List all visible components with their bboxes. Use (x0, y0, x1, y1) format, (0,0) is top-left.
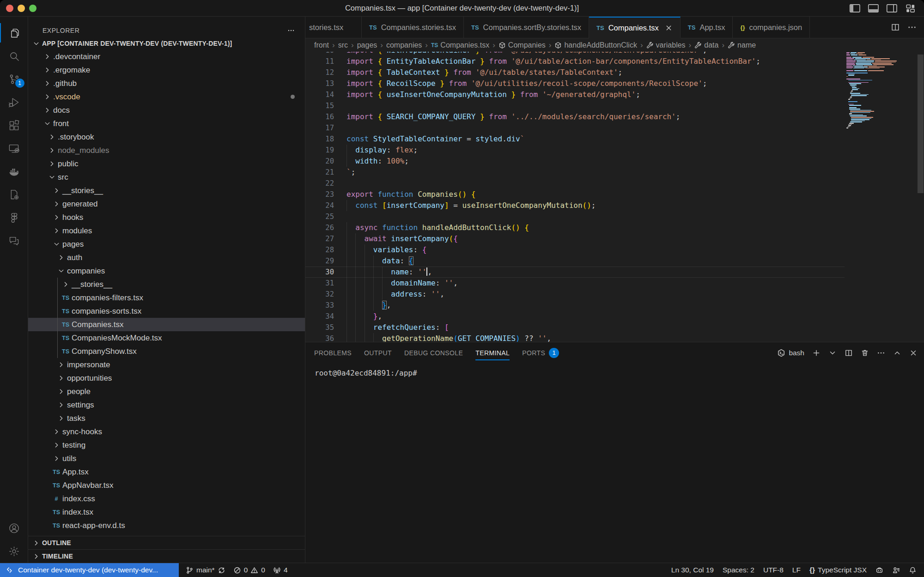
trash-icon[interactable] (861, 349, 869, 357)
code-line-32[interactable]: 32 address: '', (305, 289, 845, 300)
panel-tab-output[interactable]: OUTPUT (364, 342, 392, 363)
code-line-18[interactable]: 18const StyledTableContainer = styled.di… (305, 134, 845, 145)
code-line-29[interactable]: 29 data: { (305, 255, 845, 267)
activity-item-docker[interactable] (0, 160, 28, 183)
tree-item-.storybook[interactable]: .storybook (28, 130, 305, 144)
tree-item-auth[interactable]: auth (28, 251, 305, 264)
sidebar-section-timeline[interactable]: TIMELINE (28, 549, 305, 563)
code-line-34[interactable]: 34 }, (305, 311, 845, 322)
close-window-button[interactable] (6, 5, 13, 12)
code-line-26[interactable]: 26 async function handleAddButtonClick()… (305, 222, 845, 233)
code-line-10[interactable]: 10import { WithTopBarContainer } from '@… (305, 52, 845, 56)
tree-item-impersonate[interactable]: impersonate (28, 358, 305, 371)
tab-companies.json[interactable]: {}companies.json (733, 17, 810, 38)
activity-item-remote-explorer[interactable] (0, 137, 28, 160)
tree-item-index.css[interactable]: #index.css (28, 492, 305, 505)
tree-item-public[interactable]: public (28, 157, 305, 170)
tree-item-modules[interactable]: modules (28, 224, 305, 237)
terminal-shell-selector[interactable]: bash (777, 349, 804, 357)
tree-item-companies-filters.tsx[interactable]: TScompanies-filters.tsx (28, 291, 305, 304)
code-line-19[interactable]: 19 display: flex; (305, 145, 845, 156)
activity-item-explorer[interactable] (0, 21, 28, 44)
code-line-24[interactable]: 24 const [insertCompany] = useInsertOneC… (305, 200, 845, 211)
breadcrumb-Companies.tsx[interactable]: TSCompanies.tsx (431, 41, 489, 49)
activity-item-container-tools[interactable] (0, 183, 28, 206)
tree-item-__stories__[interactable]: __stories__ (28, 184, 305, 197)
close-icon[interactable] (909, 349, 918, 357)
code-line-31[interactable]: 31 domainName: '', (305, 278, 845, 289)
minimize-window-button[interactable] (18, 5, 25, 12)
tree-item-AppNavbar.tsx[interactable]: TSAppNavbar.tsx (28, 479, 305, 492)
tab-stories.tsx[interactable]: stories.tsx (305, 17, 362, 38)
activity-item-search[interactable] (0, 44, 28, 67)
tree-item-__stories__[interactable]: __stories__ (28, 278, 305, 291)
activity-item-run-debug[interactable] (0, 91, 28, 114)
code-line-27[interactable]: 27 await insertCompany({ (305, 233, 845, 244)
tree-item-companies-sorts.tsx[interactable]: TScompanies-sorts.tsx (28, 304, 305, 318)
problems-status[interactable]: 00 (233, 566, 265, 574)
tree-item-index.tsx[interactable]: TSindex.tsx (28, 505, 305, 519)
breadcrumb-variables[interactable]: variables (646, 41, 686, 49)
code-line-11[interactable]: 11import { EntityTableActionBar } from '… (305, 56, 845, 67)
tree-item-react-app-env.d.ts[interactable]: TSreact-app-env.d.ts (28, 519, 305, 532)
status-feedback[interactable] (892, 566, 900, 574)
code-line-22[interactable]: 22 (305, 178, 845, 189)
breadcrumb-name[interactable]: name (728, 41, 756, 49)
breadcrumb-data[interactable]: data (694, 41, 718, 49)
tree-item-App.tsx[interactable]: TSApp.tsx (28, 465, 305, 479)
tree-item-companies[interactable]: companies (28, 264, 305, 278)
code-line-33[interactable]: 33 }, (305, 300, 845, 311)
status-bell[interactable] (909, 566, 917, 574)
panel-tab-problems[interactable]: PROBLEMS (314, 342, 352, 363)
code-line-14[interactable]: 14import { useInsertOneCompanyMutation }… (305, 89, 845, 100)
tree-item-CompaniesMockMode.tsx[interactable]: TSCompaniesMockMode.tsx (28, 331, 305, 345)
status-spaces-2[interactable]: Spaces: 2 (723, 566, 754, 574)
tree-item-settings[interactable]: settings (28, 398, 305, 412)
code-line-36[interactable]: 36 getOperationName(GET_COMPANIES) ?? ''… (305, 333, 845, 342)
code-line-12[interactable]: 12import { TableContext } from '@/ui/tab… (305, 67, 845, 78)
breadcrumb-companies[interactable]: companies (386, 41, 422, 49)
remote-indicator[interactable]: Container dev-twenty-dev (dev-twenty-dev… (0, 563, 179, 577)
code-line-20[interactable]: 20 width: 100%; (305, 156, 845, 167)
panel-tab-ports[interactable]: PORTS1 (522, 342, 559, 363)
status-typescript-jsx[interactable]: {}TypeScript JSX (809, 566, 867, 574)
ports-status[interactable]: 4 (273, 566, 288, 574)
minimap[interactable] (845, 52, 917, 342)
status-utf-8[interactable]: UTF-8 (763, 566, 784, 574)
code-line-17[interactable]: 17 (305, 122, 845, 134)
tree-item-sync-hooks[interactable]: sync-hooks (28, 425, 305, 438)
activity-item-account[interactable] (0, 516, 28, 540)
tab-App.tsx[interactable]: TSApp.tsx (681, 17, 733, 38)
close-tab-icon[interactable] (665, 24, 673, 32)
tab-Companies.tsx[interactable]: TSCompanies.tsx (589, 17, 681, 38)
terminal-output[interactable]: root@0a42ecd84891:/app# (305, 363, 924, 563)
sidebar-section-outline[interactable]: OUTLINE (28, 536, 305, 549)
code-line-25[interactable]: 25 (305, 211, 845, 222)
activity-item-extensions[interactable] (0, 114, 28, 137)
tree-item-tasks[interactable]: tasks (28, 412, 305, 425)
tree-item-opportunities[interactable]: opportunities (28, 371, 305, 385)
status-lf[interactable]: LF (792, 566, 801, 574)
panel-tab-terminal[interactable]: TERMINAL (475, 342, 510, 363)
status-ln-30-col-19[interactable]: Ln 30, Col 19 (671, 566, 714, 574)
git-branch-status[interactable]: main* (186, 566, 225, 574)
split-editor-icon[interactable] (891, 23, 900, 32)
code-line-13[interactable]: 13import { RecoilScope } from '@/ui/util… (305, 78, 845, 89)
code-line-23[interactable]: 23export function Companies() { (305, 189, 845, 200)
workspace-section-header[interactable]: APP [CONTAINER DEV-TWENTY-DEV (DEV-TWENT… (28, 37, 305, 50)
tree-item-CompanyShow.tsx[interactable]: TSCompanyShow.tsx (28, 345, 305, 358)
split-editor-icon[interactable] (845, 349, 853, 357)
activity-item-figma[interactable] (0, 206, 28, 229)
tree-item-generated[interactable]: generated (28, 197, 305, 211)
breadcrumb-front[interactable]: front (314, 41, 329, 49)
activity-item-source-control[interactable]: 1 (0, 67, 28, 91)
tree-item-.vscode[interactable]: .vscode (28, 90, 305, 103)
breadcrumb-handleAddButtonClick[interactable]: handleAddButtonClick (554, 41, 637, 49)
tree-item-.github[interactable]: .github (28, 77, 305, 90)
activity-item-comments[interactable] (0, 229, 28, 252)
tree-item-.ergomake[interactable]: .ergomake (28, 63, 305, 77)
tree-item-Companies.tsx[interactable]: TSCompanies.tsx (28, 318, 305, 331)
breadcrumb-pages[interactable]: pages (357, 41, 377, 49)
chevron-down-icon[interactable] (828, 349, 837, 357)
status-copilot[interactable] (875, 566, 883, 574)
